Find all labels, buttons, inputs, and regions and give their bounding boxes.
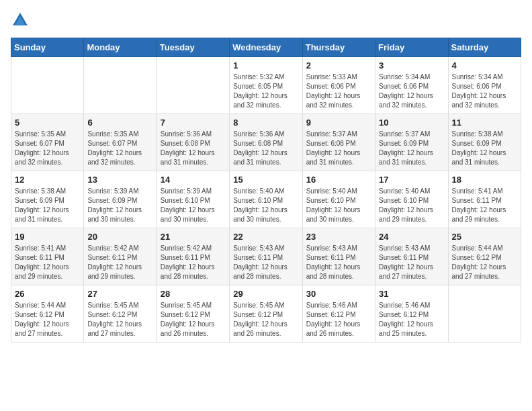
calendar-cell [448,285,521,342]
day-number: 14 [161,175,226,185]
calendar-cell: 18Sunrise: 5:41 AM Sunset: 6:11 PM Dayli… [448,171,521,228]
day-info: Sunrise: 5:46 AM Sunset: 6:12 PM Dayligh… [379,301,444,338]
day-info: Sunrise: 5:32 AM Sunset: 6:05 PM Dayligh… [233,73,298,110]
day-number: 7 [161,118,226,128]
calendar-header-row: SundayMondayTuesdayWednesdayThursdayFrid… [11,38,521,57]
day-number: 29 [233,289,298,299]
calendar-cell: 27Sunrise: 5:45 AM Sunset: 6:12 PM Dayli… [84,285,157,342]
logo [11,11,32,30]
day-of-week-header: Sunday [11,38,84,57]
day-info: Sunrise: 5:45 AM Sunset: 6:12 PM Dayligh… [161,301,226,338]
calendar-cell: 20Sunrise: 5:42 AM Sunset: 6:11 PM Dayli… [84,228,157,285]
day-number: 5 [15,118,80,128]
day-number: 11 [452,118,517,128]
calendar-cell: 8Sunrise: 5:36 AM Sunset: 6:08 PM Daylig… [230,114,302,171]
day-info: Sunrise: 5:45 AM Sunset: 6:12 PM Dayligh… [233,301,298,338]
day-info: Sunrise: 5:45 AM Sunset: 6:12 PM Dayligh… [87,301,152,338]
day-info: Sunrise: 5:37 AM Sunset: 6:08 PM Dayligh… [306,130,371,167]
calendar-cell: 30Sunrise: 5:46 AM Sunset: 6:12 PM Dayli… [302,285,375,342]
day-info: Sunrise: 5:38 AM Sunset: 6:09 PM Dayligh… [452,130,517,167]
calendar-cell [157,57,229,114]
calendar-cell: 4Sunrise: 5:34 AM Sunset: 6:06 PM Daylig… [448,57,521,114]
page-header [11,11,521,30]
calendar-cell [84,57,157,114]
day-number: 3 [379,60,444,71]
calendar-cell: 11Sunrise: 5:38 AM Sunset: 6:09 PM Dayli… [448,114,521,171]
day-number: 21 [161,232,226,242]
day-number: 15 [233,175,298,185]
day-number: 6 [87,118,152,128]
logo-icon [11,11,30,30]
day-number: 17 [379,175,444,185]
calendar-cell: 12Sunrise: 5:38 AM Sunset: 6:09 PM Dayli… [11,171,84,228]
day-number: 20 [87,232,152,242]
calendar-cell: 16Sunrise: 5:40 AM Sunset: 6:10 PM Dayli… [302,171,375,228]
calendar-cell: 28Sunrise: 5:45 AM Sunset: 6:12 PM Dayli… [157,285,229,342]
calendar-table: SundayMondayTuesdayWednesdayThursdayFrid… [11,38,521,342]
day-info: Sunrise: 5:39 AM Sunset: 6:10 PM Dayligh… [161,187,226,224]
calendar-cell [11,57,84,114]
day-info: Sunrise: 5:43 AM Sunset: 6:11 PM Dayligh… [379,244,444,281]
day-number: 27 [87,289,152,299]
calendar-week-row: 12Sunrise: 5:38 AM Sunset: 6:09 PM Dayli… [11,171,521,228]
day-info: Sunrise: 5:40 AM Sunset: 6:10 PM Dayligh… [306,187,371,224]
calendar-cell: 21Sunrise: 5:42 AM Sunset: 6:11 PM Dayli… [157,228,229,285]
day-info: Sunrise: 5:39 AM Sunset: 6:09 PM Dayligh… [87,187,152,224]
day-number: 4 [452,60,517,71]
day-number: 12 [15,175,80,185]
day-info: Sunrise: 5:38 AM Sunset: 6:09 PM Dayligh… [15,187,80,224]
day-of-week-header: Thursday [302,38,375,57]
day-of-week-header: Monday [84,38,157,57]
day-info: Sunrise: 5:35 AM Sunset: 6:07 PM Dayligh… [87,130,152,167]
calendar-cell: 14Sunrise: 5:39 AM Sunset: 6:10 PM Dayli… [157,171,229,228]
day-number: 18 [452,175,517,185]
day-number: 16 [306,175,371,185]
day-info: Sunrise: 5:40 AM Sunset: 6:10 PM Dayligh… [379,187,444,224]
calendar-week-row: 1Sunrise: 5:32 AM Sunset: 6:05 PM Daylig… [11,57,521,114]
calendar-cell: 19Sunrise: 5:41 AM Sunset: 6:11 PM Dayli… [11,228,84,285]
day-number: 24 [379,232,444,242]
day-number: 28 [161,289,226,299]
day-info: Sunrise: 5:36 AM Sunset: 6:08 PM Dayligh… [233,130,298,167]
day-info: Sunrise: 5:44 AM Sunset: 6:12 PM Dayligh… [15,301,80,338]
calendar-cell: 1Sunrise: 5:32 AM Sunset: 6:05 PM Daylig… [230,57,302,114]
calendar-cell: 10Sunrise: 5:37 AM Sunset: 6:09 PM Dayli… [375,114,448,171]
calendar-cell: 6Sunrise: 5:35 AM Sunset: 6:07 PM Daylig… [84,114,157,171]
calendar-cell: 24Sunrise: 5:43 AM Sunset: 6:11 PM Dayli… [375,228,448,285]
day-info: Sunrise: 5:33 AM Sunset: 6:06 PM Dayligh… [306,73,371,110]
calendar-week-row: 26Sunrise: 5:44 AM Sunset: 6:12 PM Dayli… [11,285,521,342]
day-number: 30 [306,289,371,299]
day-number: 22 [233,232,298,242]
calendar-cell: 7Sunrise: 5:36 AM Sunset: 6:08 PM Daylig… [157,114,229,171]
calendar-cell: 23Sunrise: 5:43 AM Sunset: 6:11 PM Dayli… [302,228,375,285]
calendar-cell: 22Sunrise: 5:43 AM Sunset: 6:11 PM Dayli… [230,228,302,285]
day-info: Sunrise: 5:34 AM Sunset: 6:06 PM Dayligh… [452,73,517,110]
day-info: Sunrise: 5:46 AM Sunset: 6:12 PM Dayligh… [306,301,371,338]
day-info: Sunrise: 5:43 AM Sunset: 6:11 PM Dayligh… [306,244,371,281]
day-info: Sunrise: 5:37 AM Sunset: 6:09 PM Dayligh… [379,130,444,167]
calendar-cell: 15Sunrise: 5:40 AM Sunset: 6:10 PM Dayli… [230,171,302,228]
day-info: Sunrise: 5:41 AM Sunset: 6:11 PM Dayligh… [452,187,517,224]
day-info: Sunrise: 5:36 AM Sunset: 6:08 PM Dayligh… [161,130,226,167]
day-info: Sunrise: 5:42 AM Sunset: 6:11 PM Dayligh… [161,244,226,281]
day-number: 19 [15,232,80,242]
day-of-week-header: Wednesday [230,38,302,57]
day-number: 1 [233,60,298,71]
day-info: Sunrise: 5:41 AM Sunset: 6:11 PM Dayligh… [15,244,80,281]
calendar-cell: 5Sunrise: 5:35 AM Sunset: 6:07 PM Daylig… [11,114,84,171]
day-number: 9 [306,118,371,128]
day-of-week-header: Friday [375,38,448,57]
calendar-cell: 26Sunrise: 5:44 AM Sunset: 6:12 PM Dayli… [11,285,84,342]
calendar-cell: 31Sunrise: 5:46 AM Sunset: 6:12 PM Dayli… [375,285,448,342]
calendar-cell: 2Sunrise: 5:33 AM Sunset: 6:06 PM Daylig… [302,57,375,114]
calendar-week-row: 5Sunrise: 5:35 AM Sunset: 6:07 PM Daylig… [11,114,521,171]
day-number: 13 [87,175,152,185]
calendar-cell: 29Sunrise: 5:45 AM Sunset: 6:12 PM Dayli… [230,285,302,342]
day-number: 2 [306,60,371,71]
day-number: 10 [379,118,444,128]
day-number: 8 [233,118,298,128]
calendar-cell: 13Sunrise: 5:39 AM Sunset: 6:09 PM Dayli… [84,171,157,228]
calendar-cell: 3Sunrise: 5:34 AM Sunset: 6:06 PM Daylig… [375,57,448,114]
day-info: Sunrise: 5:43 AM Sunset: 6:11 PM Dayligh… [233,244,298,281]
calendar-cell: 9Sunrise: 5:37 AM Sunset: 6:08 PM Daylig… [302,114,375,171]
